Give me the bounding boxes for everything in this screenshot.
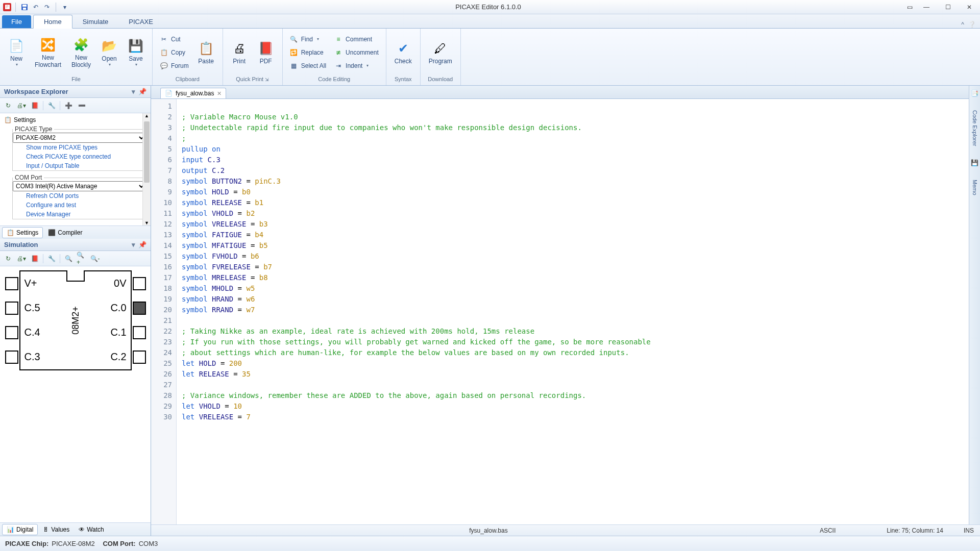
window-controls: ▭ — ☐ ✕: [907, 3, 977, 12]
values-tab[interactable]: 🎚 Values: [39, 524, 74, 535]
tree-scrollbar[interactable]: ▲▼: [142, 113, 151, 226]
configure-link[interactable]: Configure and test: [13, 201, 146, 210]
workspace-tabs: 📋 Settings ⬛ Compiler: [0, 226, 151, 239]
plus-icon[interactable]: ➕: [63, 101, 74, 111]
status-position: Line: 75; Column: 14: [887, 527, 943, 534]
app-title: PICAXE Editor 6.1.0.0: [69, 3, 907, 11]
picaxe-type-select[interactable]: PICAXE-08M2: [13, 133, 146, 143]
refresh-com-link[interactable]: Refresh COM ports: [13, 191, 146, 201]
code-explorer-vtab-icon[interactable]: 📑: [971, 90, 978, 97]
ribbon-minimize-icon[interactable]: ^: [961, 21, 964, 28]
code-content[interactable]: ; Variable Macro Mouse v1.0; Undetectabl…: [177, 99, 980, 536]
com-port-group: COM Port COM3 Intel(R) Active Manage Ref…: [12, 174, 146, 219]
cut-button[interactable]: ✂Cut: [157, 33, 192, 45]
code-editor[interactable]: 1234567891011121314151617181920212223242…: [151, 99, 980, 536]
workspace-explorer-header: Workspace Explorer ▾📌: [0, 86, 151, 98]
battery-icon: ▭: [907, 4, 913, 11]
help-icon[interactable]: ❔: [968, 21, 976, 28]
digital-tab[interactable]: 📊 Digital: [2, 524, 38, 535]
pdf-button[interactable]: 📕PDF: [254, 39, 278, 66]
panel-dropdown-icon[interactable]: ▾: [132, 88, 135, 95]
svg-rect-1: [22, 5, 27, 7]
chip-diagram[interactable]: V+0V C.5C.0 C.4C.1 C.3C.2 08M2+: [19, 270, 132, 370]
zoom-icon[interactable]: 🔍: [63, 254, 74, 264]
code-explorer-vtab[interactable]: Code Explorer: [971, 107, 979, 149]
check-type-link[interactable]: Check PICAXE type connected: [13, 152, 146, 161]
simulation-area: V+0V C.5C.0 C.4C.1 C.3C.2 08M2+: [0, 266, 151, 522]
sim-print-icon[interactable]: 🖨▾: [16, 254, 27, 264]
io-table-link[interactable]: Input / Output Table: [13, 161, 146, 170]
simulation-toolbar: ↻ 🖨▾ 📕 🔧 🔍 🔍+ 🔍-: [0, 251, 151, 266]
program-button[interactable]: 🖊Program: [425, 39, 456, 66]
document-tab[interactable]: 📄 fysu_alow.bas ✕: [160, 88, 226, 98]
status-com-label: COM Port:: [103, 540, 135, 547]
watch-tab[interactable]: 👁 Watch: [75, 524, 108, 535]
status-insert-mode: INS: [964, 527, 974, 534]
sim-refresh-icon[interactable]: ↻: [3, 254, 13, 264]
minimize-button[interactable]: —: [919, 3, 934, 12]
qat-customize-icon[interactable]: ▾: [60, 3, 69, 12]
line-gutter: 1234567891011121314151617181920212223242…: [151, 99, 177, 536]
main-area: Workspace Explorer ▾📌 ↻ 🖨▾ 📕 🔧 ➕ ➖ 📋 Set…: [0, 86, 980, 536]
sim-pdf-icon[interactable]: 📕: [30, 254, 40, 264]
pin-icon[interactable]: 📌: [138, 88, 146, 95]
document-tabs: 📄 fysu_alow.bas ✕: [151, 86, 980, 99]
sim-dropdown-icon[interactable]: ▾: [132, 241, 135, 248]
ribbon: 📄New▾ 🔀New Flowchart 🧩New Blockly 📂Open▾…: [0, 29, 980, 86]
redo-icon[interactable]: ↷: [42, 3, 52, 12]
paste-button[interactable]: 📋Paste: [194, 39, 218, 66]
copy-button[interactable]: 📋Copy: [157, 46, 192, 59]
wrench-icon[interactable]: 🔧: [46, 101, 57, 111]
simulation-tabs: 📊 Digital 🎚 Values 👁 Watch: [0, 522, 151, 536]
app-status-bar: PICAXE Chip: PICAXE-08M2 COM Port: COM3: [0, 536, 980, 551]
check-button[interactable]: ✔Check: [390, 39, 416, 66]
refresh-icon[interactable]: ↻: [3, 101, 13, 111]
maximize-button[interactable]: ☐: [940, 3, 955, 12]
show-more-types-link[interactable]: Show more PICAXE types: [13, 143, 146, 152]
save-icon[interactable]: [20, 3, 29, 12]
sim-pin-icon[interactable]: 📌: [138, 241, 146, 248]
uncomment-button[interactable]: ≢Uncomment: [331, 46, 382, 59]
comment-button[interactable]: ≡Comment: [331, 33, 382, 45]
new-blockly-button[interactable]: 🧩New Blockly: [67, 36, 95, 69]
ribbon-group-quickprint: 🖨Print 📕PDF Quick Print ⇲: [223, 29, 283, 85]
undo-icon[interactable]: ↶: [31, 3, 40, 12]
replace-button[interactable]: 🔁Replace: [287, 46, 329, 59]
find-button[interactable]: 🔍Find▾: [287, 33, 329, 45]
ribbon-group-download: 🖊Program Download: [421, 29, 461, 85]
new-button[interactable]: 📄New▾: [4, 37, 29, 68]
sim-wrench-icon[interactable]: 🔧: [46, 254, 57, 264]
tab-simulate[interactable]: Simulate: [72, 15, 119, 28]
zoom-in-icon[interactable]: 🔍+: [77, 254, 87, 264]
left-panels: Workspace Explorer ▾📌 ↻ 🖨▾ 📕 🔧 ➕ ➖ 📋 Set…: [0, 86, 151, 536]
file-tab[interactable]: File: [2, 15, 31, 28]
new-flowchart-button[interactable]: 🔀New Flowchart: [31, 36, 65, 69]
selectall-button[interactable]: ▦Select All: [287, 60, 329, 72]
indent-button[interactable]: ⇥Indent▾: [331, 60, 382, 72]
picaxe-type-group: PICAXE Type PICAXE-08M2 Show more PICAXE…: [12, 126, 146, 171]
status-encoding: ASCII: [820, 527, 836, 534]
close-button[interactable]: ✕: [962, 3, 977, 12]
memory-vtab-icon[interactable]: 💾: [971, 159, 978, 166]
print-icon[interactable]: 🖨▾: [16, 101, 27, 111]
title-bar: 🅿 ↶ ↷ ▾ PICAXE Editor 6.1.0.0 ▭ — ☐ ✕: [0, 0, 980, 14]
settings-node[interactable]: 📋 Settings: [2, 115, 149, 124]
quick-access-toolbar: 🅿 ↶ ↷ ▾: [3, 3, 69, 12]
zoom-out-icon[interactable]: 🔍-: [90, 254, 100, 264]
settings-tab[interactable]: 📋 Settings: [2, 227, 43, 238]
pdf-icon[interactable]: 📕: [30, 101, 40, 111]
svg-rect-2: [23, 8, 26, 10]
ribbon-group-codeediting: 🔍Find▾ 🔁Replace ▦Select All ≡Comment ≢Un…: [283, 29, 386, 85]
print-button[interactable]: 🖨Print: [227, 39, 252, 66]
tab-home[interactable]: Home: [33, 15, 72, 29]
open-button[interactable]: 📂Open▾: [97, 37, 121, 68]
forum-button[interactable]: 💬Forum: [157, 60, 192, 72]
close-doc-icon[interactable]: ✕: [217, 90, 222, 97]
memory-vtab[interactable]: Memo: [971, 177, 979, 198]
com-port-select[interactable]: COM3 Intel(R) Active Manage: [13, 181, 146, 191]
save-button[interactable]: 💾Save▾: [124, 37, 148, 68]
device-mgr-link[interactable]: Device Manager: [13, 210, 146, 219]
tab-picaxe[interactable]: PICAXE: [118, 15, 163, 28]
compiler-tab[interactable]: ⬛ Compiler: [44, 228, 86, 238]
minus-icon[interactable]: ➖: [77, 101, 87, 111]
